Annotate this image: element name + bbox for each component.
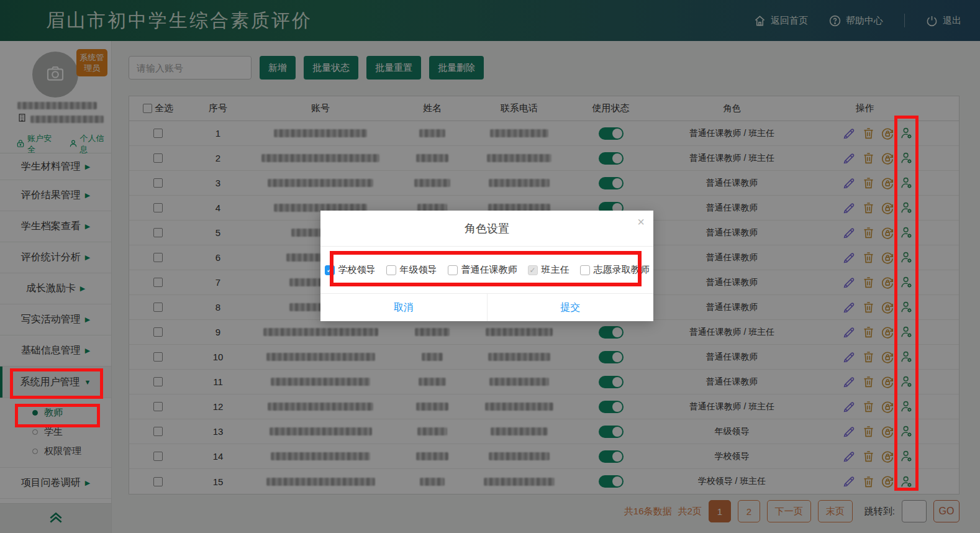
role-option-label: 班主任 <box>542 264 569 276</box>
close-icon[interactable]: × <box>637 216 645 228</box>
role-checkbox[interactable] <box>448 265 458 275</box>
role-checkbox[interactable]: ✓ <box>325 265 335 275</box>
role-option-label: 志愿录取教师 <box>594 264 650 276</box>
cancel-button[interactable]: 取消 <box>320 294 488 321</box>
role-checkbox[interactable] <box>386 265 396 275</box>
role-settings-dialog: 角色设置 × ✓学校领导年级领导普通任课教师✓班主任志愿录取教师 取消 提交 <box>320 211 653 321</box>
role-option-label: 普通任课教师 <box>461 264 517 276</box>
role-option-label: 学校领导 <box>338 264 376 276</box>
role-option[interactable]: ✓学校领导 <box>325 264 376 276</box>
dialog-title: 角色设置 <box>465 221 509 236</box>
role-checkbox: ✓ <box>528 265 538 275</box>
app-window: 眉山市初中学生综合素质评价 返回首页 帮助中心 退出 系统 <box>0 0 980 533</box>
submit-button[interactable]: 提交 <box>488 294 654 321</box>
role-option[interactable]: 志愿录取教师 <box>580 264 650 276</box>
role-option-label: 年级领导 <box>400 264 437 276</box>
role-checkbox[interactable] <box>580 265 590 275</box>
role-option[interactable]: 年级领导 <box>386 264 437 276</box>
role-option[interactable]: 普通任课教师 <box>448 264 517 276</box>
role-option[interactable]: ✓班主任 <box>528 264 569 276</box>
